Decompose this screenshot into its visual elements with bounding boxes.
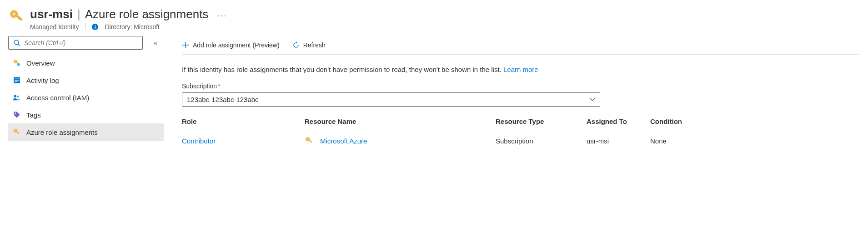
- search-icon: [13, 39, 20, 46]
- col-header-assigned[interactable]: Assigned To: [587, 117, 650, 125]
- table-row[interactable]: Contributor: [182, 130, 859, 152]
- directory-value: Microsoft: [134, 23, 160, 31]
- sidebar-item-label: Access control (IAM): [26, 94, 89, 102]
- sidebar-item-overview[interactable]: Overview: [8, 54, 164, 71]
- refresh-button[interactable]: Refresh: [292, 41, 326, 49]
- svg-point-5: [14, 40, 19, 45]
- sidebar-search[interactable]: [8, 36, 143, 50]
- resource-link[interactable]: Microsoft Azure: [320, 137, 367, 145]
- condition-cell: None: [650, 137, 705, 145]
- subscription-dropdown[interactable]: 123abc-123abc-123abc: [182, 92, 600, 107]
- key-icon: [9, 9, 24, 24]
- refresh-label: Refresh: [303, 41, 326, 49]
- svg-point-16: [17, 96, 19, 97]
- svg-point-19: [15, 130, 16, 132]
- directory-label: Directory:: [105, 23, 132, 31]
- page-header: usr-msi | Azure role assignments ··· Man…: [0, 0, 868, 36]
- page-title: Azure role assignments: [85, 7, 209, 21]
- col-header-resource[interactable]: Resource Name: [305, 117, 496, 125]
- role-assignments-table: Role Resource Name Resource Type Assigne…: [182, 113, 859, 152]
- info-icon[interactable]: i: [92, 24, 98, 30]
- resource-type-label: Managed Identity: [30, 23, 79, 31]
- sidebar-item-label: Overview: [26, 59, 55, 67]
- subscription-label: Subscription*: [182, 82, 859, 90]
- add-role-assignment-button[interactable]: Add role assignment (Preview): [182, 41, 280, 49]
- key-icon: [13, 59, 21, 67]
- title-separator: |: [77, 7, 80, 21]
- svg-line-6: [18, 44, 20, 46]
- role-link[interactable]: Contributor: [182, 137, 305, 145]
- svg-point-1: [13, 13, 15, 15]
- chevron-down-icon: [590, 98, 595, 102]
- main-content: Add role assignment (Preview) Refresh If…: [168, 36, 868, 161]
- sidebar-item-azure-role-assignments[interactable]: Azure role assignments: [8, 123, 164, 141]
- sidebar-collapse-button[interactable]: «: [147, 36, 164, 50]
- svg-point-8: [15, 61, 16, 62]
- svg-rect-14: [15, 81, 18, 82]
- sidebar-item-activity-log[interactable]: Activity log: [8, 71, 164, 89]
- refresh-icon: [292, 41, 300, 49]
- svg-point-15: [14, 95, 16, 97]
- subtitle-divider: [85, 23, 85, 31]
- col-header-type[interactable]: Resource Type: [496, 117, 587, 125]
- sidebar: « Overview: [0, 36, 168, 161]
- resource-type-cell: Subscription: [496, 137, 587, 145]
- svg-rect-13: [15, 80, 19, 80]
- resource-name: usr-msi: [30, 7, 73, 21]
- svg-point-25: [307, 138, 308, 140]
- svg-point-17: [15, 112, 16, 114]
- access-control-icon: [13, 93, 21, 102]
- sidebar-item-label: Activity log: [26, 77, 59, 84]
- key-icon: [13, 128, 21, 136]
- key-icon: [305, 136, 314, 145]
- tag-icon: [13, 111, 21, 119]
- toolbar: Add role assignment (Preview) Refresh: [182, 36, 859, 55]
- assigned-to-cell: usr-msi: [587, 137, 650, 145]
- sidebar-item-tags[interactable]: Tags: [8, 106, 164, 123]
- subscription-value: 123abc-123abc-123abc: [187, 96, 259, 103]
- add-label: Add role assignment (Preview): [193, 41, 280, 49]
- svg-point-10: [17, 63, 20, 66]
- info-text: If this identity has role assignments th…: [182, 55, 859, 82]
- col-header-role[interactable]: Role: [182, 117, 305, 125]
- search-input[interactable]: [24, 39, 138, 46]
- svg-rect-12: [15, 79, 19, 79]
- sidebar-item-label: Tags: [26, 111, 41, 119]
- activity-log-icon: [13, 76, 21, 84]
- learn-more-link[interactable]: Learn more: [503, 66, 538, 73]
- plus-icon: [182, 41, 189, 49]
- more-button[interactable]: ···: [213, 11, 227, 20]
- sidebar-item-label: Azure role assignments: [26, 128, 98, 136]
- table-header: Role Resource Name Resource Type Assigne…: [182, 113, 859, 130]
- col-header-condition[interactable]: Condition: [650, 117, 705, 125]
- sidebar-item-access-control[interactable]: Access control (IAM): [8, 89, 164, 106]
- required-indicator: *: [218, 82, 220, 90]
